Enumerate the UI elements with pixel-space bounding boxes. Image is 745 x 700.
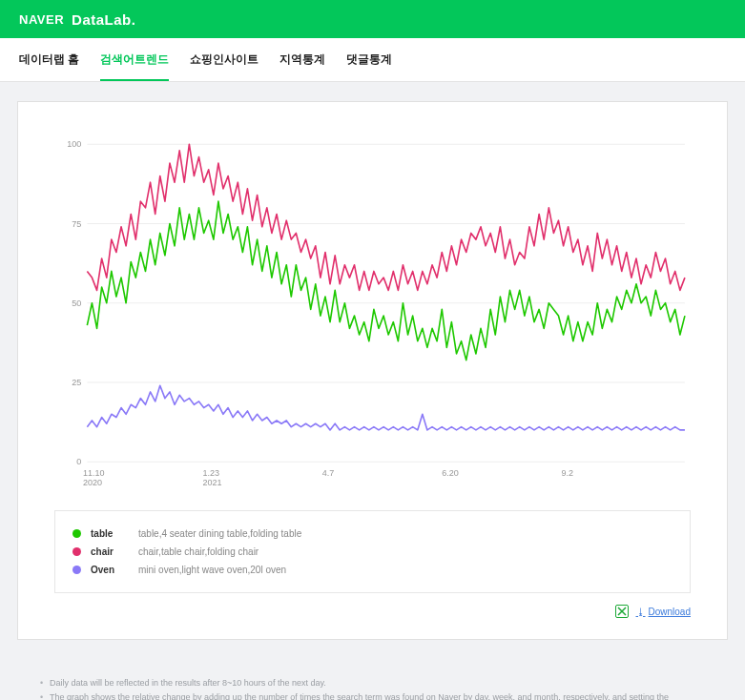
nav-item-searchtrend[interactable]: 검색어트렌드 — [100, 38, 169, 81]
footer-notes: Daily data will be reflected in the resu… — [17, 659, 728, 700]
svg-text:25: 25 — [72, 378, 81, 387]
x-axis-labels: 11.10 20201.23 20214.76.209.2 — [87, 468, 685, 493]
legend-row-table: table table,4 seater dining table,foldin… — [72, 525, 673, 543]
download-link-text: Download — [649, 607, 691, 617]
main-nav: 데이터랩 홈 검색어트렌드 쇼핑인사이트 지역통계 댓글통계 — [0, 38, 745, 82]
legend: table table,4 seater dining table,foldin… — [54, 510, 691, 593]
nav-item-shopping[interactable]: 쇼핑인사이트 — [190, 38, 259, 81]
svg-text:0: 0 — [76, 457, 81, 466]
legend-terms-chair: chair,table chair,folding chair — [138, 546, 259, 557]
legend-dot-table — [72, 529, 81, 538]
page-body: 0255075100 11.10 20201.23 20214.76.209.2… — [0, 82, 745, 700]
note-item: Daily data will be reflected in the resu… — [40, 676, 705, 690]
svg-text:75: 75 — [72, 218, 81, 228]
download-arrow-icon: ⭳ — [636, 607, 646, 617]
legend-row-chair: chair chair,table chair,folding chair — [72, 543, 673, 561]
app-header: NAVER DataLab. — [0, 0, 745, 38]
nav-item-home[interactable]: 데이터랩 홈 — [19, 38, 79, 81]
nav-item-region[interactable]: 지역통계 — [279, 38, 325, 81]
svg-text:50: 50 — [72, 299, 81, 308]
nav-item-comments[interactable]: 댓글통계 — [346, 38, 392, 81]
brand-logo: NAVER — [19, 12, 64, 27]
note-item: The graph shows the relative change by a… — [40, 690, 705, 700]
download-row: ⭳ Download — [54, 605, 691, 618]
legend-name-oven: Oven — [91, 565, 129, 575]
legend-dot-oven — [72, 566, 81, 574]
download-link[interactable]: ⭳ Download — [636, 607, 691, 617]
chart-area: 0255075100 11.10 20201.23 20214.76.209.2 — [54, 136, 691, 489]
legend-dot-chair — [72, 547, 81, 556]
legend-name-table: table — [91, 528, 129, 539]
xls-icon[interactable] — [615, 605, 629, 618]
chart-card: 0255075100 11.10 20201.23 20214.76.209.2… — [17, 101, 728, 640]
legend-name-chair: chair — [91, 546, 129, 557]
line-chart: 0255075100 — [54, 136, 691, 489]
svg-text:100: 100 — [67, 139, 81, 149]
legend-terms-oven: mini oven,light wave oven,20l oven — [138, 565, 286, 575]
legend-terms-table: table,4 seater dining table,folding tabl… — [138, 528, 301, 539]
legend-row-oven: Oven mini oven,light wave oven,20l oven — [72, 561, 673, 579]
product-logo: DataLab. — [72, 11, 135, 28]
